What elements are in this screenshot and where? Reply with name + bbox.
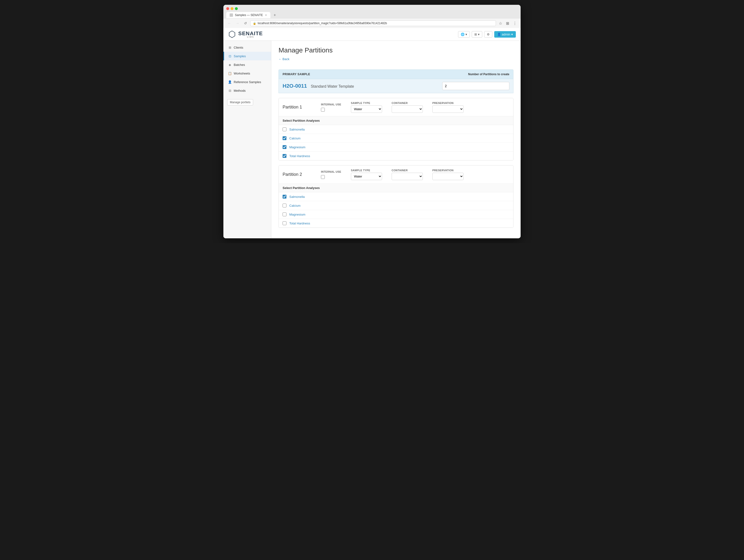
- partition-2-calcium-link[interactable]: Calcium: [289, 204, 301, 207]
- partition-2-section: Partition 2 Internal use Sample Type Wat…: [278, 165, 513, 228]
- partition-2-magnesium-link[interactable]: Magnesium: [289, 213, 305, 216]
- menu-icon[interactable]: ⋮: [512, 21, 518, 26]
- reference-samples-icon: 👤: [228, 80, 232, 84]
- partition-1-magnesium-checkbox[interactable]: [283, 145, 287, 149]
- partition-2-container-group: Container: [392, 169, 423, 180]
- grid-dropdown-icon: ▾: [478, 33, 480, 36]
- toolbar-icons: ☆ ⊞ ⋮: [498, 21, 518, 26]
- partition-2-sample-type-select[interactable]: Water: [351, 173, 382, 180]
- app-body: SENAITE LIMS 🌐 ▾ ⊞ ▾ ⚙ 👤 admin: [223, 28, 521, 238]
- globe-icon: 🌐: [461, 33, 464, 36]
- sidebar-item-batches[interactable]: ◈ Batches: [223, 61, 271, 69]
- partition-1-title: Partition 1: [283, 105, 311, 110]
- partition-1-total-hardness-checkbox[interactable]: [283, 154, 287, 158]
- methods-icon: ⊟: [228, 89, 232, 92]
- tab-title: Samples — SENAITE: [235, 13, 263, 17]
- new-tab-button[interactable]: +: [272, 12, 278, 18]
- user-icon: 👤: [497, 33, 501, 36]
- sidebar-label-batches: Batches: [234, 63, 245, 67]
- extensions-icon[interactable]: ⊞: [505, 21, 510, 26]
- partition-1-sample-type-select[interactable]: Water: [351, 106, 382, 113]
- partition-1-preservation-select[interactable]: [433, 106, 463, 113]
- back-button[interactable]: ←: [226, 21, 232, 26]
- browser-toolbar: ← → ↺ 🔒 localhost:8080/senaite/analysisr…: [223, 18, 521, 28]
- partition-2-title: Partition 2: [283, 172, 311, 177]
- gear-icon: ⚙: [487, 33, 490, 36]
- partition-2-calcium-checkbox[interactable]: [283, 204, 287, 207]
- partition-1-salmonella-checkbox[interactable]: [283, 127, 287, 131]
- partition-1-sample-type-group: Sample Type Water: [351, 102, 382, 113]
- star-icon[interactable]: ☆: [498, 21, 503, 26]
- partition-1-calcium-checkbox[interactable]: [283, 136, 287, 140]
- partition-2-salmonella-link[interactable]: Salmonella: [289, 195, 305, 199]
- refresh-button[interactable]: ↺: [243, 21, 248, 26]
- partition-2-salmonella-checkbox[interactable]: [283, 195, 287, 199]
- partition-1-analyses-label: Select Partition Analyses: [283, 119, 320, 122]
- partition-1-internal-use-checkbox[interactable]: [321, 108, 325, 112]
- partition-1-preservation-group: Preservation: [433, 102, 463, 113]
- sidebar-label-samples: Samples: [234, 54, 246, 58]
- grid-button[interactable]: ⊞ ▾: [472, 31, 482, 38]
- partition-1-calcium-row: Calcium: [279, 134, 513, 143]
- worksheets-icon: 📋: [228, 71, 232, 75]
- manage-portlets-button[interactable]: Manage portlets: [227, 99, 253, 106]
- partition-2-salmonella-row: Salmonella: [279, 192, 513, 201]
- sample-info: H2O-0011 Standard Water Template: [283, 83, 354, 89]
- logo: SENAITE LIMS: [228, 30, 263, 38]
- minimize-dot[interactable]: [231, 7, 233, 10]
- partition-1-header: Partition 1 Internal use Sample Type Wat…: [279, 98, 513, 116]
- num-partitions-input[interactable]: [442, 82, 509, 90]
- tab-close-button[interactable]: ✕: [265, 14, 267, 17]
- admin-label: admin: [502, 33, 510, 36]
- partition-2-sample-type-group: Sample Type Water: [351, 169, 382, 180]
- admin-button[interactable]: 👤 admin ▾: [494, 31, 516, 38]
- partition-2-internal-use-group: Internal use: [321, 170, 341, 179]
- maximize-dot[interactable]: [235, 7, 238, 10]
- svg-marker-0: [229, 31, 235, 38]
- partition-2-preservation-group: Preservation: [433, 169, 463, 180]
- address-bar[interactable]: 🔒 localhost:8080/senaite/analysisrequest…: [250, 21, 496, 26]
- partition-1-preservation-label: Preservation: [433, 102, 463, 105]
- settings-button[interactable]: ⚙: [484, 31, 492, 38]
- partition-2-total-hardness-checkbox[interactable]: [283, 221, 287, 225]
- partition-1-salmonella-link[interactable]: Salmonella: [289, 128, 305, 131]
- partition-1-salmonella-row: Salmonella: [279, 125, 513, 134]
- partition-1-container-select[interactable]: [392, 106, 423, 113]
- grid-icon: ⊞: [474, 33, 477, 36]
- tab-favicon: [230, 13, 233, 17]
- partition-1-internal-use-group: Internal use: [321, 103, 341, 112]
- back-link[interactable]: ← Back: [278, 57, 290, 61]
- sidebar-item-worksheets[interactable]: 📋 Worksheets: [223, 69, 271, 78]
- sidebar-item-clients[interactable]: ⊞ Clients: [223, 43, 271, 52]
- partition-2-container-select[interactable]: [392, 173, 423, 180]
- sidebar: ⊞ Clients ⊡ Samples ◈ Batches 📋 Workshee…: [223, 41, 271, 238]
- partition-2-magnesium-checkbox[interactable]: [283, 212, 287, 216]
- sidebar-item-samples[interactable]: ⊡ Samples: [223, 52, 271, 61]
- primary-sample-row: H2O-0011 Standard Water Template: [278, 79, 513, 93]
- batches-icon: ◈: [228, 63, 232, 67]
- sidebar-item-methods[interactable]: ⊟ Methods: [223, 86, 271, 95]
- partition-2-preservation-select[interactable]: [433, 173, 463, 180]
- partition-1-container-group: Container: [392, 102, 423, 113]
- partition-1-section: Partition 1 Internal use Sample Type Wat…: [278, 98, 513, 160]
- browser-chrome: Samples — SENAITE ✕ +: [223, 5, 521, 18]
- forward-button[interactable]: →: [234, 21, 240, 26]
- active-tab[interactable]: Samples — SENAITE ✕: [226, 12, 270, 18]
- sidebar-label-methods: Methods: [234, 89, 246, 92]
- partition-1-magnesium-link[interactable]: Magnesium: [289, 146, 305, 149]
- sidebar-item-reference-samples[interactable]: 👤 Reference Samples: [223, 78, 271, 86]
- partition-1-total-hardness-link[interactable]: Total Hardness: [289, 154, 310, 158]
- close-dot[interactable]: [226, 7, 229, 10]
- globe-button[interactable]: 🌐 ▾: [458, 31, 470, 38]
- sidebar-label-worksheets: Worksheets: [234, 72, 250, 75]
- partition-2-calcium-row: Calcium: [279, 201, 513, 210]
- partition-2-total-hardness-row: Total Hardness: [279, 219, 513, 228]
- app-header: SENAITE LIMS 🌐 ▾ ⊞ ▾ ⚙ 👤 admin: [223, 28, 521, 41]
- partition-2-total-hardness-link[interactable]: Total Hardness: [289, 222, 310, 225]
- manage-portlets-section: Manage portlets: [223, 97, 271, 108]
- admin-dropdown-icon: ▾: [511, 33, 513, 36]
- browser-tab-bar: Samples — SENAITE ✕ +: [226, 12, 518, 18]
- partition-1-calcium-link[interactable]: Calcium: [289, 136, 301, 140]
- logo-hex-icon: [228, 30, 236, 38]
- partition-2-internal-use-checkbox[interactable]: [321, 175, 325, 179]
